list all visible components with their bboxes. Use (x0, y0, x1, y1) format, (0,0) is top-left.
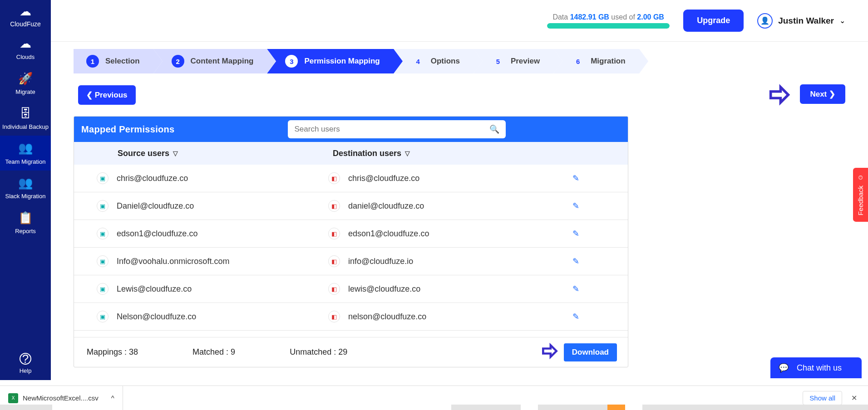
table-body[interactable]: ▣chris@cloudfuze.co◧chris@cloudfuze.co✎▣… (74, 165, 628, 337)
sidebar: ☁ CloudFuze ☁Clouds 🚀Migrate 🗄Individual… (0, 0, 51, 380)
cloud-icon: ☁ (2, 37, 49, 51)
sidebar-label: Team Migration (5, 158, 46, 165)
close-icon[interactable]: ✕ (848, 391, 860, 405)
user-avatar-icon: 👤 (757, 13, 773, 29)
sidebar-item-help[interactable]: ?Help (0, 347, 51, 380)
destination-cloud-icon: ◧ (328, 283, 340, 295)
card-header: Mapped Permissions 🔍 (74, 117, 628, 142)
search-icon[interactable]: 🔍 (489, 124, 499, 134)
table-row: ▣Daniel@cloudfuze.co◧daniel@cloudfuze.co… (74, 192, 628, 220)
sidebar-label: Reports (15, 228, 36, 234)
unmatched-count: Unmatched : 29 (290, 347, 347, 357)
card-title: Mapped Permissions (81, 124, 174, 135)
feedback-icon: ☺ (857, 174, 864, 182)
sidebar-label: Help (20, 367, 32, 374)
previous-button[interactable]: ❮ Previous (78, 85, 136, 105)
chat-widget[interactable]: 💬 Chat with us (770, 357, 862, 378)
chat-icon: 💬 (779, 363, 789, 373)
destination-user: lewis@cloudfuze.co (348, 284, 420, 294)
table-row: ▣Nelson@cloudfuze.co◧nelson@cloudfuze.co… (74, 303, 628, 331)
destination-cloud-icon: ◧ (328, 172, 340, 184)
destination-cloud-icon: ◧ (328, 255, 340, 267)
clipboard-icon: 📋 (2, 211, 49, 225)
sidebar-item-migrate[interactable]: 🚀Migrate (0, 66, 51, 101)
logo-icon: ☁ (0, 5, 51, 19)
excel-icon: X (8, 393, 18, 403)
download-button[interactable]: Download (564, 343, 617, 361)
edit-icon[interactable]: ✎ (572, 201, 579, 210)
brand-label: CloudFuze (0, 20, 51, 28)
callout-arrow-icon (540, 341, 560, 363)
destination-user: chris@cloudfuze.co (348, 174, 419, 183)
edit-icon[interactable]: ✎ (572, 284, 579, 293)
chat-label: Chat with us (797, 363, 842, 373)
next-button[interactable]: Next ❯ (800, 84, 845, 104)
step-options[interactable]: 4Options (394, 49, 473, 73)
sidebar-item-reports[interactable]: 📋Reports (0, 205, 51, 240)
source-cloud-icon: ▣ (97, 200, 108, 212)
sidebar-item-individual-backup[interactable]: 🗄Individual Backup (0, 101, 51, 136)
taskbar (0, 405, 868, 410)
file-name: NewMicrosoftExcel....csv (23, 394, 99, 402)
source-cloud-icon: ▣ (97, 255, 108, 267)
table-row: ▣Lewis@cloudfuze.co◧lewis@cloudfuze.co✎ (74, 275, 628, 303)
table-row: ▣chris@cloudfuze.co◧chris@cloudfuze.co✎ (74, 165, 628, 192)
source-user: Info@voohalu.onmicrosoft.com (117, 257, 229, 266)
table-row: ▣edson1@cloudfuze.co◧edson1@cloudfuze.co… (74, 220, 628, 248)
chevron-down-icon: ⌄ (839, 16, 845, 25)
matched-count: Matched : 9 (192, 347, 235, 357)
sidebar-label: Individual Backup (2, 123, 49, 130)
table-header: Source users▽ Destination users▽ (74, 142, 628, 165)
upgrade-button[interactable]: Upgrade (683, 10, 744, 32)
database-icon: 🗄 (2, 107, 49, 121)
mapped-permissions-card: Mapped Permissions 🔍 Source users▽ Desti… (74, 116, 628, 367)
rocket-icon: 🚀 (2, 72, 49, 86)
search-box: 🔍 (288, 120, 506, 138)
filter-icon[interactable]: ▽ (173, 150, 178, 157)
chevron-up-icon[interactable]: ^ (111, 394, 114, 402)
nav-buttons: ❮ Previous Next ❯ (78, 82, 845, 108)
source-user: Lewis@cloudfuze.co (117, 284, 192, 294)
step-content-mapping[interactable]: 2Content Mapping (153, 49, 267, 73)
step-permission-mapping[interactable]: 3Permission Mapping (267, 49, 393, 73)
sidebar-item-slack-migration[interactable]: 👥Slack Migration (0, 171, 51, 205)
destination-user: nelson@cloudfuze.co (348, 312, 426, 322)
source-user: Nelson@cloudfuze.co (117, 312, 196, 322)
brand-logo[interactable]: ☁ CloudFuze (0, 0, 51, 31)
step-selection[interactable]: 1Selection (74, 49, 153, 73)
source-cloud-icon: ▣ (97, 228, 108, 239)
edit-icon[interactable]: ✎ (572, 229, 579, 238)
source-user: chris@cloudfuze.co (117, 174, 188, 183)
callout-arrow-icon (766, 82, 793, 108)
edit-icon[interactable]: ✎ (572, 174, 579, 183)
user-name: Justin Walker (778, 16, 834, 26)
sidebar-item-team-migration[interactable]: 👥Team Migration (0, 136, 51, 171)
sidebar-label: Slack Migration (5, 193, 46, 200)
source-cloud-icon: ▣ (97, 311, 108, 322)
show-all-button[interactable]: Show all (803, 391, 842, 405)
step-migration[interactable]: 6Migration (553, 49, 639, 73)
sidebar-label: Migrate (15, 88, 35, 95)
source-user: edson1@cloudfuze.co (117, 229, 197, 239)
search-input[interactable] (294, 125, 485, 134)
destination-cloud-icon: ◧ (328, 311, 340, 322)
table-row: ▣Info@voohalu.onmicrosoft.com◧info@cloud… (74, 248, 628, 275)
source-user: Daniel@cloudfuze.co (117, 201, 194, 211)
data-usage-text: Data 1482.91 GB used of 2.00 GB (547, 13, 670, 21)
user-menu[interactable]: 👤 Justin Walker ⌄ (757, 13, 845, 29)
next-group: Next ❯ (766, 82, 845, 108)
team-icon: 👥 (2, 176, 49, 190)
help-icon: ? (20, 353, 31, 365)
step-wizard: 1Selection 2Content Mapping 3Permission … (74, 49, 845, 73)
edit-icon[interactable]: ✎ (572, 312, 579, 321)
destination-user: info@cloudfuze.io (348, 257, 413, 266)
sidebar-item-clouds[interactable]: ☁Clouds (0, 31, 51, 66)
step-preview[interactable]: 5Preview (473, 49, 553, 73)
edit-icon[interactable]: ✎ (572, 257, 579, 266)
card-footer: Mappings : 38 Matched : 9 Unmatched : 29… (74, 337, 628, 367)
filter-icon[interactable]: ▽ (405, 150, 410, 157)
column-source-users: Source users (118, 149, 169, 158)
mappings-count: Mappings : 38 (87, 347, 138, 357)
data-usage-bar (547, 23, 670, 29)
feedback-tab[interactable]: Feedback☺ (853, 168, 868, 222)
